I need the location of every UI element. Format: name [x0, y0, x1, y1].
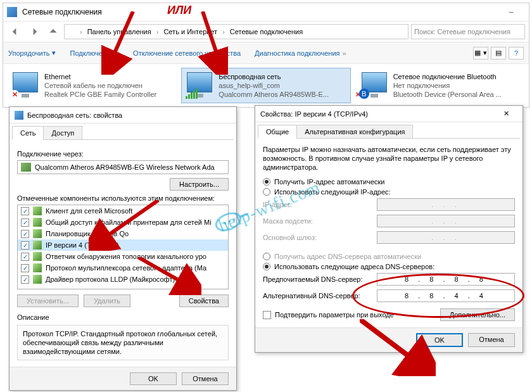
label-components: Отмеченные компоненты используются этим …: [17, 194, 229, 202]
ip-field: . . .: [377, 198, 515, 211]
list-item[interactable]: Планировщик пакетов Qo: [18, 228, 228, 239]
checkbox[interactable]: [21, 275, 29, 284]
view-details-button[interactable]: ▤: [491, 47, 506, 60]
tab-alternative[interactable]: Альтернативная конфигурация: [296, 125, 413, 139]
search-placeholder: Поиск: Сетевые подключения: [414, 28, 510, 35]
protocol-icon: [33, 252, 42, 261]
radio-icon: [263, 263, 270, 270]
ok-button[interactable]: OK: [130, 372, 177, 385]
connection-bluetooth[interactable]: ✕ B Сетевое подключение Bluetooth Нет по…: [356, 68, 525, 103]
wireless-properties-dialog: Беспроводная сеть: свойства Сеть Доступ …: [9, 106, 237, 391]
toolbar-diagnostics[interactable]: Диагностика подключения »: [255, 49, 346, 57]
radio-auto-dns[interactable]: Получить адрес DNS-сервера автоматически: [263, 253, 515, 260]
address-row: › Панель управления › Сеть и Интернет › …: [3, 21, 529, 42]
dns1-field[interactable]: 8 . 8 . 8 . 8: [377, 273, 515, 286]
remove-button[interactable]: Удалить: [84, 294, 130, 307]
qos-icon: [33, 229, 42, 238]
tab-access[interactable]: Доступ: [43, 126, 82, 140]
breadcrumb-bar[interactable]: › Панель управления › Сеть и Интернет › …: [64, 24, 408, 39]
chevron-icon: ›: [155, 28, 160, 35]
conn-name: Ethernet: [44, 72, 156, 81]
chevron-icon: ›: [221, 28, 226, 35]
checkbox[interactable]: [21, 241, 29, 250]
label-ip: IP-адрес:: [263, 201, 370, 208]
radio-use-ip[interactable]: Использовать следующий IP-адрес:: [263, 188, 515, 196]
desc-heading: Описание: [17, 313, 229, 321]
advanced-button[interactable]: Дополнительно...: [440, 308, 515, 321]
conn-name: Сетевое подключение Bluetooth: [393, 72, 502, 81]
toolbar-connect[interactable]: Подключение к: [70, 49, 119, 57]
checkbox[interactable]: [21, 207, 29, 215]
cancel-button[interactable]: Отмена: [182, 372, 229, 385]
radio-use-dns[interactable]: Использовать следующие адреса DNS-сервер…: [263, 263, 515, 270]
connection-wireless[interactable]: Беспроводная сеть asus_help-wifi_com Qua…: [181, 68, 350, 103]
toolbar-sort[interactable]: Упорядочить ▾: [8, 49, 56, 57]
list-item[interactable]: Драйвер протокола LLDP (Майкрософт): [18, 274, 228, 285]
cancel-button[interactable]: Отмена: [468, 333, 515, 347]
components-list[interactable]: Клиент для сетей Microsoft Общий доступ …: [17, 205, 229, 289]
install-button[interactable]: Установить...: [17, 294, 79, 307]
confirm-checkbox[interactable]: [263, 311, 271, 319]
list-item[interactable]: Ответчик обнаружения топологии канальног…: [18, 251, 228, 262]
checkbox[interactable]: [21, 218, 29, 227]
tab-general[interactable]: Общие: [258, 125, 297, 139]
dialog-title: Беспроводная сеть: свойства: [27, 111, 122, 119]
label-connect-via: Подключение через:: [17, 150, 229, 158]
ethernet-icon: ✕: [13, 72, 39, 98]
ipv4-properties-dialog: Свойства: IP версии 4 (TCP/IPv4) ✕ Общие…: [255, 105, 523, 353]
label-gateway: Основной шлюз:: [263, 234, 370, 241]
dialog-titlebar: Беспроводная сеть: свойства: [10, 107, 236, 123]
dropdown-icon: ▾: [52, 49, 56, 57]
radio-auto-ip[interactable]: Получить IP-адрес автоматически: [263, 178, 515, 186]
bluetooth-icon: ✕ B: [362, 72, 388, 98]
client-icon: [33, 206, 42, 215]
list-item[interactable]: Клиент для сетей Microsoft: [18, 205, 228, 217]
tabs: Сеть Доступ: [12, 126, 234, 140]
protocol-icon: [33, 263, 42, 272]
dialog-title: Свойства: IP версии 4 (TCP/IPv4): [260, 110, 368, 118]
forward-button[interactable]: [26, 24, 42, 39]
conn-adapter: Bluetooth Device (Personal Area ...: [393, 90, 502, 99]
up-button[interactable]: [45, 24, 61, 39]
close-button[interactable]: ✕: [495, 107, 517, 121]
description-box: Протокол TCP/IP. Стандартный протокол гл…: [17, 325, 229, 360]
ok-button[interactable]: OK: [416, 333, 463, 347]
x-badge-icon: ✕: [10, 90, 19, 99]
sharing-icon: [33, 218, 42, 227]
crumb-connections[interactable]: Сетевые подключения: [229, 28, 304, 35]
label-dns1: Предпочитаемый DNS-сервер:: [263, 275, 370, 283]
list-item[interactable]: Протокол мультиплексора сетевого адаптер…: [18, 262, 228, 274]
window-title: Сетевые подключения: [22, 8, 102, 16]
connection-ethernet[interactable]: ✕ Ethernet Сетевой кабель не подключен R…: [7, 68, 176, 103]
dns2-field[interactable]: 8 . 8 . 4 . 4: [377, 289, 515, 302]
conn-adapter: Qualcomm Atheros AR9485WB-E...: [218, 90, 329, 99]
network-icon: [15, 111, 23, 120]
checkbox[interactable]: [21, 264, 29, 272]
toolbar-disable[interactable]: Отключение сетевого устройства: [133, 49, 241, 57]
tab-network[interactable]: Сеть: [12, 126, 44, 140]
label-dns2: Альтернативный DNS-сервер:: [263, 292, 370, 300]
view-icons-button[interactable]: ▦ ▾: [473, 47, 488, 60]
annotation-or-label: ИЛИ: [167, 4, 191, 17]
wifi-signal-icon: [186, 89, 198, 99]
configure-button[interactable]: Настроить...: [170, 178, 229, 191]
conn-adapter: Realtek PCIe GBE Family Controller: [44, 90, 156, 99]
network-connections-icon: [7, 7, 17, 17]
checkbox[interactable]: [21, 253, 29, 261]
svg-line-6: [240, 214, 248, 217]
protocol-icon: [33, 275, 42, 284]
list-item-ipv4[interactable]: IP версии 4 (TCP/IPv4): [18, 239, 228, 251]
list-item[interactable]: Общий доступ к файлам и принтерам для се…: [18, 217, 228, 228]
help-button[interactable]: ?: [509, 47, 524, 60]
dialog-titlebar: Свойства: IP версии 4 (TCP/IPv4) ✕: [255, 106, 522, 122]
connections-area: ✕ Ethernet Сетевой кабель не подключен R…: [3, 64, 529, 107]
network-icon: [67, 27, 76, 36]
crumb-control-panel[interactable]: Панель управления: [86, 28, 153, 35]
search-input[interactable]: Поиск: Сетевые подключения: [411, 24, 525, 39]
crumb-network[interactable]: Сеть и Интернет: [162, 28, 218, 35]
minimize-button[interactable]: –: [497, 5, 525, 19]
checkbox[interactable]: [21, 230, 29, 238]
back-button[interactable]: [7, 24, 23, 39]
properties-button[interactable]: Свойства: [179, 294, 229, 307]
explorer-window: Сетевые подключения – › Панель управлени…: [3, 3, 529, 108]
